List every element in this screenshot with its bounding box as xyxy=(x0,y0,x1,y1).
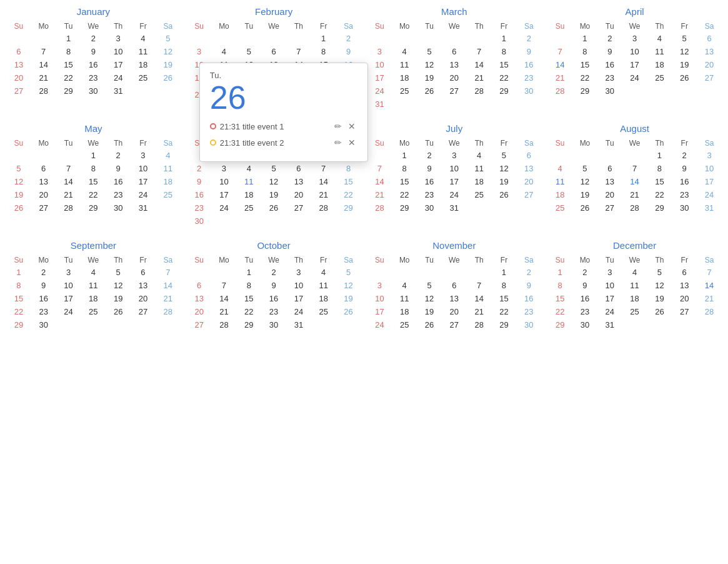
cal-day[interactable]: 31 xyxy=(286,318,311,331)
cal-day[interactable]: 31 xyxy=(697,201,722,214)
cal-day[interactable]: 28 xyxy=(367,201,392,214)
cal-day[interactable]: 29 xyxy=(492,318,517,331)
cal-day[interactable]: 24 xyxy=(442,188,467,201)
cal-day[interactable]: 5 xyxy=(417,279,442,292)
cal-day[interactable]: 6 xyxy=(442,279,467,292)
cal-day[interactable]: 18 xyxy=(236,188,261,201)
cal-day[interactable]: 8 xyxy=(647,162,672,175)
cal-day[interactable]: 13 xyxy=(597,175,622,188)
cal-day[interactable]: 12 xyxy=(417,292,442,305)
cal-day[interactable]: 17 xyxy=(286,292,311,305)
cal-day[interactable]: 30 xyxy=(597,84,622,98)
cal-day[interactable]: 3 xyxy=(597,266,622,279)
cal-day[interactable]: 25 xyxy=(392,84,417,98)
cal-day[interactable]: 23 xyxy=(597,71,622,84)
cal-day[interactable]: 29 xyxy=(572,84,597,98)
cal-day[interactable]: 5 xyxy=(336,266,361,279)
cal-day[interactable]: 1 xyxy=(56,32,81,45)
cal-day[interactable]: 22 xyxy=(572,71,597,84)
cal-day[interactable]: 18 xyxy=(647,58,672,71)
cal-day[interactable]: 7 xyxy=(286,45,311,58)
cal-day[interactable]: 19 xyxy=(261,188,286,201)
cal-day[interactable]: 10 xyxy=(597,279,622,292)
cal-day[interactable]: 3 xyxy=(212,162,237,175)
cal-day[interactable]: 4 xyxy=(392,279,417,292)
cal-day[interactable]: 22 xyxy=(336,188,361,201)
cal-day[interactable]: 11 xyxy=(622,279,647,292)
cal-day[interactable]: 29 xyxy=(236,318,261,331)
cal-day[interactable]: 10 xyxy=(106,45,131,58)
cal-day[interactable]: 27 xyxy=(672,305,697,318)
cal-day[interactable]: 16 xyxy=(672,175,697,188)
cal-day[interactable]: 9 xyxy=(336,45,361,58)
cal-day[interactable]: 10 xyxy=(367,292,392,305)
cal-day[interactable]: 29 xyxy=(81,201,106,214)
cal-day[interactable]: 4 xyxy=(81,266,106,279)
cal-day[interactable]: 3 xyxy=(622,32,647,45)
cal-day[interactable]: 29 xyxy=(392,201,417,214)
cal-day[interactable]: 21 xyxy=(467,305,492,318)
cal-day[interactable]: 8 xyxy=(572,45,597,58)
cal-day[interactable]: 11 xyxy=(156,162,181,175)
cal-day[interactable]: 19 xyxy=(672,58,697,71)
cal-day[interactable]: 14 xyxy=(212,292,237,305)
cal-day[interactable]: 14 xyxy=(156,279,181,292)
cal-day[interactable]: 22 xyxy=(647,188,672,201)
cal-day[interactable]: 9 xyxy=(187,175,212,188)
cal-day[interactable]: 27 xyxy=(187,318,212,331)
cal-day[interactable]: 16 xyxy=(516,292,541,305)
cal-day[interactable]: 1 xyxy=(647,149,672,162)
cal-day[interactable]: 11 xyxy=(392,58,417,71)
cal-day[interactable]: 7 xyxy=(697,266,722,279)
cal-day[interactable]: 11 xyxy=(81,279,106,292)
cal-day[interactable]: 29 xyxy=(492,84,517,98)
cal-day[interactable]: 21 xyxy=(212,305,237,318)
cal-day[interactable]: 2 xyxy=(516,266,541,279)
cal-day[interactable]: 30 xyxy=(516,318,541,331)
cal-day[interactable]: 5 xyxy=(572,162,597,175)
cal-day[interactable]: 23 xyxy=(516,71,541,84)
cal-day[interactable]: 21 xyxy=(311,188,336,201)
cal-day[interactable]: 19 xyxy=(417,71,442,84)
cal-day[interactable]: 3 xyxy=(187,45,212,58)
cal-day[interactable]: 13 xyxy=(286,175,311,188)
cal-day[interactable]: 14 xyxy=(31,58,56,71)
cal-day[interactable]: 9 xyxy=(417,162,442,175)
cal-day[interactable]: 20 xyxy=(187,305,212,318)
cal-day[interactable]: 6 xyxy=(286,162,311,175)
cal-day[interactable]: 31 xyxy=(131,201,156,214)
cal-day[interactable]: 13 xyxy=(672,279,697,292)
cal-day[interactable]: 14 xyxy=(311,175,336,188)
cal-day[interactable]: 19 xyxy=(572,188,597,201)
cal-day[interactable]: 30 xyxy=(417,201,442,214)
cal-day[interactable]: 16 xyxy=(572,292,597,305)
cal-day[interactable]: 26 xyxy=(647,305,672,318)
cal-day[interactable]: 21 xyxy=(622,188,647,201)
cal-day[interactable]: 11 xyxy=(647,45,672,58)
cal-day[interactable]: 25 xyxy=(156,188,181,201)
cal-day[interactable]: 7 xyxy=(467,279,492,292)
cal-day[interactable]: 22 xyxy=(492,71,517,84)
cal-day[interactable]: 8 xyxy=(492,279,517,292)
cal-day[interactable]: 7 xyxy=(31,45,56,58)
cal-day[interactable]: 5 xyxy=(106,266,131,279)
cal-day[interactable]: 21 xyxy=(547,71,572,84)
cal-day[interactable]: 29 xyxy=(6,318,31,331)
cal-day[interactable]: 15 xyxy=(236,292,261,305)
cal-day[interactable]: 2 xyxy=(261,266,286,279)
cal-day[interactable]: 17 xyxy=(697,175,722,188)
cal-day[interactable]: 23 xyxy=(417,188,442,201)
cal-day[interactable]: 6 xyxy=(261,45,286,58)
cal-day[interactable]: 23 xyxy=(187,201,212,214)
cal-day[interactable]: 19 xyxy=(156,58,181,71)
cal-day[interactable]: 2 xyxy=(417,149,442,162)
cal-day[interactable]: 22 xyxy=(547,305,572,318)
cal-day[interactable]: 7 xyxy=(467,45,492,58)
cal-day[interactable]: 20 xyxy=(672,292,697,305)
cal-day[interactable]: 12 xyxy=(106,279,131,292)
cal-day[interactable]: 18 xyxy=(81,292,106,305)
cal-day[interactable]: 20 xyxy=(697,58,722,71)
cal-day[interactable]: 3 xyxy=(697,149,722,162)
cal-day[interactable]: 4 xyxy=(647,32,672,45)
edit-event-button[interactable]: ✏ xyxy=(332,120,344,133)
